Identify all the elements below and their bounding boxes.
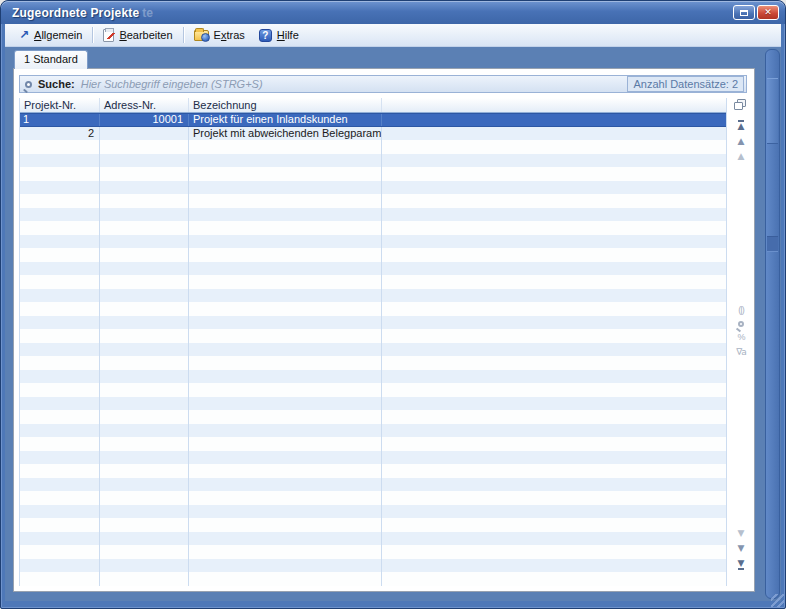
cell-filler[interactable] [382,127,726,141]
table-row[interactable] [20,437,726,451]
cell-projekt-nr[interactable] [20,491,100,505]
cell-projekt-nr[interactable] [20,167,100,181]
cell-projekt-nr[interactable] [20,154,100,168]
cell-projekt-nr[interactable] [20,464,100,478]
cell-adress-nr[interactable] [100,181,189,195]
cell-bezeichnung[interactable] [189,464,382,478]
table-row[interactable] [20,248,726,262]
cell-filler[interactable] [382,329,726,343]
cell-projekt-nr[interactable] [20,478,100,492]
cell-projekt-nr[interactable] [20,559,100,573]
cell-filler[interactable] [382,491,726,505]
cell-adress-nr[interactable] [100,302,189,316]
menu-allgemein[interactable]: ↗ Allgemein [12,27,89,43]
cell-filler[interactable] [382,397,726,411]
cell-bezeichnung[interactable]: Projekt für einen Inlandskunden [189,114,382,126]
cell-filler[interactable] [382,478,726,492]
table-row[interactable] [20,397,726,411]
table-row[interactable]: 2Projekt mit abweichenden Belegparameter… [20,127,726,141]
cell-filler[interactable] [382,275,726,289]
table-row[interactable] [20,532,726,546]
cell-bezeichnung[interactable] [189,424,382,438]
cell-filler[interactable] [382,370,726,384]
table-row[interactable] [20,140,726,154]
cell-filler[interactable] [382,221,726,235]
cell-filler[interactable] [382,154,726,168]
cell-projekt-nr[interactable] [20,194,100,208]
cell-projekt-nr[interactable]: 1 [20,114,100,126]
table-row[interactable] [20,194,726,208]
cell-adress-nr[interactable] [100,248,189,262]
cell-filler[interactable] [382,194,726,208]
cell-adress-nr[interactable] [100,194,189,208]
cell-bezeichnung[interactable] [189,451,382,465]
cell-bezeichnung[interactable] [189,505,382,519]
cell-projekt-nr[interactable] [20,343,100,357]
cell-filler[interactable] [382,235,726,249]
table-row[interactable] [20,275,726,289]
cell-projekt-nr[interactable] [20,410,100,424]
filter-sort-icon[interactable]: ∇a [736,348,746,357]
cell-bezeichnung[interactable] [189,545,382,559]
cell-adress-nr[interactable] [100,437,189,451]
cell-projekt-nr[interactable] [20,518,100,532]
cell-adress-nr[interactable] [100,464,189,478]
cell-projekt-nr[interactable]: 2 [20,127,100,141]
cell-projekt-nr[interactable] [20,451,100,465]
cell-filler[interactable] [382,572,726,586]
header-bezeichnung[interactable]: Bezeichnung [189,98,382,112]
cell-bezeichnung[interactable] [189,478,382,492]
scroll-bottom-icon[interactable]: ▼ [738,559,745,570]
cell-projekt-nr[interactable] [20,397,100,411]
percent-icon[interactable]: % [737,333,744,342]
cell-adress-nr[interactable]: 10001 [100,114,189,126]
cell-bezeichnung[interactable] [189,437,382,451]
cell-projekt-nr[interactable] [20,370,100,384]
column-width-icon[interactable]: (|) [738,306,743,315]
cell-projekt-nr[interactable] [20,545,100,559]
cell-bezeichnung[interactable] [189,275,382,289]
cell-bezeichnung[interactable] [189,181,382,195]
table-row[interactable] [20,329,726,343]
table-row[interactable] [20,221,726,235]
table-row[interactable] [20,316,726,330]
cell-bezeichnung[interactable] [189,289,382,303]
cell-bezeichnung[interactable] [189,248,382,262]
step-up-icon[interactable]: ▲ [738,152,745,161]
cell-projekt-nr[interactable] [20,275,100,289]
cell-adress-nr[interactable] [100,235,189,249]
menu-hilfe[interactable]: ? Hilfe [252,27,306,44]
menu-bearbeiten[interactable]: Bearbeiten [96,27,179,44]
table-row[interactable] [20,451,726,465]
cell-bezeichnung[interactable] [189,518,382,532]
cell-bezeichnung[interactable] [189,370,382,384]
cell-adress-nr[interactable] [100,451,189,465]
cell-projekt-nr[interactable] [20,424,100,438]
cell-bezeichnung[interactable] [189,154,382,168]
cell-projekt-nr[interactable] [20,383,100,397]
cell-filler[interactable] [382,289,726,303]
cell-projekt-nr[interactable] [20,235,100,249]
cell-bezeichnung[interactable] [189,316,382,330]
table-row[interactable] [20,154,726,168]
search-bar[interactable]: Suche: Hier Suchbegriff eingeben (STRG+S… [19,75,747,93]
cell-projekt-nr[interactable] [20,289,100,303]
cell-bezeichnung[interactable] [189,235,382,249]
cell-bezeichnung[interactable] [189,221,382,235]
cell-adress-nr[interactable] [100,491,189,505]
cell-bezeichnung[interactable] [189,302,382,316]
table-row[interactable] [20,491,726,505]
right-splitter-bar[interactable] [765,49,780,599]
cell-adress-nr[interactable] [100,316,189,330]
cell-adress-nr[interactable] [100,410,189,424]
cell-adress-nr[interactable] [100,208,189,222]
cell-adress-nr[interactable] [100,167,189,181]
cell-adress-nr[interactable] [100,275,189,289]
cell-bezeichnung[interactable] [189,572,382,586]
step-down-icon[interactable]: ▼ [738,529,745,538]
cell-projekt-nr[interactable] [20,437,100,451]
table-row[interactable] [20,289,726,303]
page-down-icon[interactable]: ▼ [738,544,745,553]
table-row[interactable] [20,343,726,357]
tab-standard[interactable]: 1 Standard [14,50,88,69]
